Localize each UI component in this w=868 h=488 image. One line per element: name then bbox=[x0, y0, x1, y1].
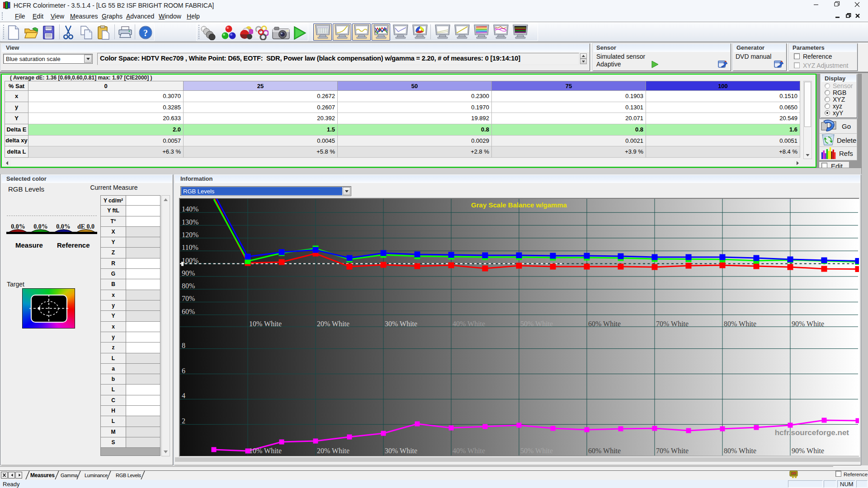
svg-text:130%: 130% bbox=[182, 218, 198, 226]
svg-text:60% White: 60% White bbox=[588, 320, 621, 328]
svg-text:80% White: 80% White bbox=[724, 447, 756, 455]
svg-text:50% White: 50% White bbox=[520, 447, 553, 455]
svg-text:60%: 60% bbox=[182, 308, 195, 315]
svg-text:2: 2 bbox=[182, 417, 185, 425]
svg-text:70%: 70% bbox=[182, 295, 195, 302]
svg-text:70% White: 70% White bbox=[656, 447, 689, 455]
svg-text:6: 6 bbox=[182, 367, 185, 375]
svg-text:110%: 110% bbox=[182, 244, 198, 251]
svg-text:20% White: 20% White bbox=[317, 447, 349, 455]
svg-text:120%: 120% bbox=[182, 231, 198, 239]
svg-text:140%: 140% bbox=[182, 205, 198, 213]
svg-text:?: ? bbox=[143, 28, 148, 38]
svg-text:20% White: 20% White bbox=[317, 320, 349, 328]
svg-text:30% White: 30% White bbox=[385, 320, 417, 328]
svg-text:80% White: 80% White bbox=[724, 320, 756, 328]
svg-text:8: 8 bbox=[182, 342, 185, 349]
svg-text:30% White: 30% White bbox=[385, 447, 417, 455]
svg-text:60% White: 60% White bbox=[588, 447, 621, 455]
svg-text:hcfr.sourceforge.net: hcfr.sourceforge.net bbox=[775, 428, 849, 437]
svg-text:4: 4 bbox=[182, 392, 185, 399]
svg-text:70% White: 70% White bbox=[656, 320, 689, 328]
svg-text:80%: 80% bbox=[182, 282, 195, 290]
svg-text:10% White: 10% White bbox=[249, 320, 282, 328]
svg-text:50% White: 50% White bbox=[520, 320, 553, 328]
svg-text:Gray Scale Balance w/gamma: Gray Scale Balance w/gamma bbox=[471, 201, 567, 209]
svg-text:40% White: 40% White bbox=[453, 320, 485, 328]
svg-text:40% White: 40% White bbox=[453, 447, 485, 455]
svg-text:90% White: 90% White bbox=[792, 447, 824, 455]
svg-text:90%: 90% bbox=[182, 269, 195, 277]
svg-text:90% White: 90% White bbox=[792, 320, 824, 328]
svg-text:10% White: 10% White bbox=[249, 447, 282, 455]
svg-text:100%: 100% bbox=[182, 257, 198, 264]
